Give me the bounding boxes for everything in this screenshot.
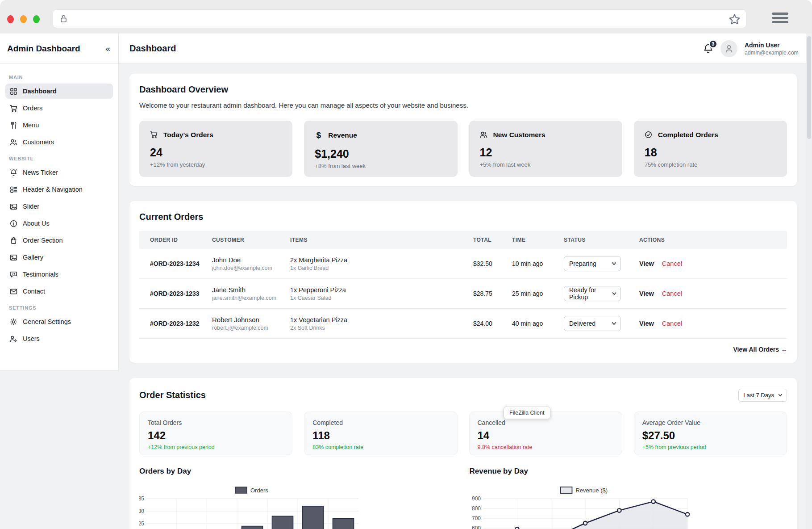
stat-label: Completed Orders (658, 131, 718, 139)
collapse-sidebar-button[interactable]: « (105, 44, 110, 54)
overview-stats: Today's Orders 24 +12% from yesterday $ … (139, 121, 787, 177)
view-all-orders-link[interactable]: View All Orders → (733, 346, 787, 353)
stat-sub: +8% from last week (315, 163, 446, 169)
traffic-light-zoom[interactable] (33, 15, 40, 23)
svg-text:Orders: Orders (250, 487, 268, 494)
sidebar-item-news-ticker[interactable]: News Ticker (5, 165, 113, 180)
sidebar-item-label: Order Section (23, 237, 62, 244)
content: Dashboard Overview Welcome to your resta… (119, 64, 812, 529)
view-button[interactable]: View (639, 320, 654, 327)
order-time: 40 min ago (501, 320, 553, 327)
order-total: $28.75 (462, 290, 501, 297)
main-header: Dashboard 3 Admin User admin@example.com (119, 34, 812, 64)
cancel-button[interactable]: Cancel (662, 290, 682, 297)
users-icon (10, 139, 17, 146)
user-gear-icon (10, 335, 17, 343)
current-orders-title: Current Orders (139, 212, 787, 222)
sidebar-item-order-section[interactable]: Order Section (5, 233, 113, 248)
customer-email: john.doe@example.com (212, 265, 279, 271)
sidebar-item-label: News Ticker (23, 169, 58, 176)
stat-label: Today's Orders (163, 131, 213, 139)
sidebar-item-about-us[interactable]: About Us (5, 216, 113, 231)
stat-card-average-order-value: Average Order Value $27.50 +5% from prev… (634, 411, 787, 455)
status-select[interactable]: Ready for Pickup (564, 286, 621, 301)
sidebar-item-slider[interactable]: Slider (5, 199, 113, 214)
customer-email: jane.smith@example.com (212, 295, 279, 301)
stat-card-completed: Completed 118 83% completion rate (304, 411, 457, 455)
sidebar: Admin Dashboard « MAIN Dashboard Orders … (0, 34, 119, 370)
overview-title: Dashboard Overview (139, 84, 787, 95)
sidebar-item-label: Users (23, 335, 40, 342)
stat-sub: 83% completion rate (312, 444, 449, 450)
status-select[interactable]: Delivered (564, 316, 621, 331)
stat-label: Completed (312, 419, 449, 426)
notifications-bell-icon[interactable]: 3 (703, 43, 713, 54)
customer-name: John Doe (212, 256, 279, 264)
image-icon (10, 203, 17, 210)
chevron-down-icon (612, 322, 616, 325)
sidebar-item-label: Slider (23, 203, 39, 210)
charts-row: Orders by Day 353025Orders Revenue by Da… (139, 467, 787, 529)
order-total: $24.00 (462, 320, 501, 327)
nav-section-website: WEBSITE (9, 156, 109, 161)
sidebar-item-testimonials[interactable]: Testimonials (5, 267, 113, 282)
cancel-button[interactable]: Cancel (662, 260, 682, 267)
order-items-sub: 2x Soft Drinks (290, 325, 462, 331)
stat-value: 118 (312, 429, 449, 442)
user-name: Admin User (745, 42, 799, 49)
customer-name: Robert Johnson (212, 316, 279, 323)
address-bar[interactable] (53, 9, 746, 28)
sidebar-item-label: Testimonials (23, 271, 58, 278)
bell-icon (10, 169, 17, 176)
status-select[interactable]: Preparing (564, 256, 621, 271)
avatar[interactable] (720, 40, 737, 57)
svg-text:35: 35 (139, 495, 144, 502)
grid-icon (10, 88, 17, 95)
header-actions: 3 Admin User admin@example.com (703, 40, 799, 57)
sidebar-item-header-navigation[interactable]: Header & Navigation (5, 182, 113, 197)
scrollbar-thumb[interactable] (807, 36, 811, 139)
stat-value: 14 (478, 429, 614, 442)
table-row: #ORD-2023-1234 John Doe john.doe@example… (139, 249, 787, 279)
table-row: #ORD-2023-1233 Jane Smith jane.smith@exa… (139, 279, 787, 309)
layout-list-icon (10, 186, 17, 193)
sidebar-item-label: About Us (23, 220, 50, 227)
sidebar-item-users[interactable]: Users (5, 331, 113, 346)
column-header-status: STATUS (553, 237, 629, 243)
sidebar-nav: MAIN Dashboard Orders Menu (0, 64, 118, 355)
table-header-row: ORDER ID CUSTOMER ITEMS TOTAL TIME STATU… (139, 231, 787, 249)
sidebar-item-gallery[interactable]: Gallery (5, 250, 113, 265)
order-id: #ORD-2023-1234 (139, 260, 201, 267)
quote-bubble-icon (10, 271, 17, 278)
sidebar-item-orders[interactable]: Orders (5, 101, 113, 116)
current-orders-card: Current Orders ORDER ID CUSTOMER ITEMS T… (129, 201, 797, 363)
cart-icon (10, 105, 17, 112)
sidebar-item-label: Header & Navigation (23, 186, 83, 193)
scrollbar[interactable] (806, 34, 812, 529)
traffic-light-minimize[interactable] (20, 15, 27, 23)
svg-text:Revenue ($): Revenue ($) (575, 487, 608, 494)
traffic-light-close[interactable] (7, 15, 14, 23)
svg-text:700: 700 (471, 515, 480, 521)
sidebar-item-menu[interactable]: Menu (5, 118, 113, 133)
view-button[interactable]: View (639, 290, 654, 297)
hamburger-icon[interactable] (772, 13, 788, 23)
app-frame: Admin Dashboard « MAIN Dashboard Orders … (0, 34, 812, 529)
sidebar-item-dashboard[interactable]: Dashboard (5, 84, 113, 99)
period-select[interactable]: Last 7 Days (738, 389, 787, 402)
star-icon[interactable] (729, 13, 741, 25)
sidebar-item-general-settings[interactable]: General Settings (5, 314, 113, 329)
chart-title: Orders by Day (139, 467, 457, 476)
sidebar-item-customers[interactable]: Customers (5, 134, 113, 150)
orders-table: ORDER ID CUSTOMER ITEMS TOTAL TIME STATU… (139, 231, 787, 339)
chevron-down-icon (612, 262, 616, 265)
order-id: #ORD-2023-1232 (139, 320, 201, 327)
cancel-button[interactable]: Cancel (662, 320, 682, 327)
order-time: 25 min ago (501, 290, 553, 297)
mail-icon (10, 288, 17, 295)
sidebar-item-contact[interactable]: Contact (5, 284, 113, 299)
nav-section-settings: SETTINGS (9, 305, 109, 311)
sidebar-item-label: Menu (23, 122, 39, 129)
shopping-bag-icon (10, 237, 17, 244)
view-button[interactable]: View (639, 260, 654, 267)
